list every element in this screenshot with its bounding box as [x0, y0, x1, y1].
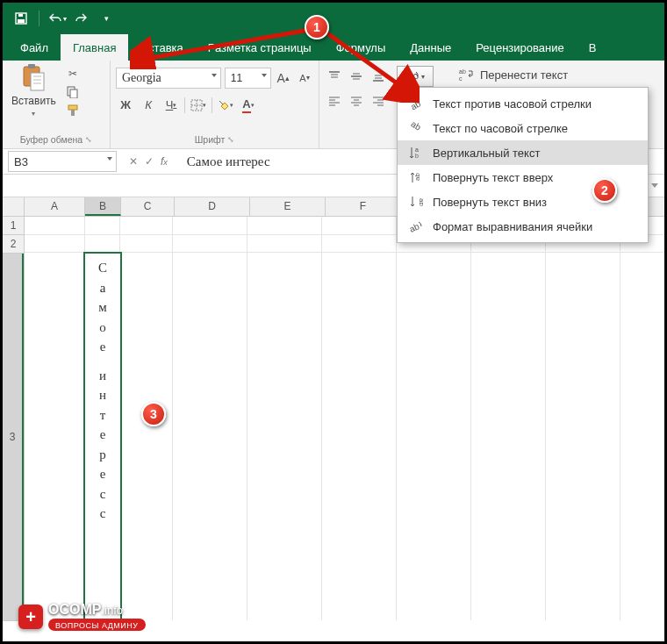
svg-text:ab: ab	[409, 221, 421, 233]
copy-icon[interactable]	[65, 84, 81, 100]
cell-grid[interactable]: Самоеинтересс	[25, 217, 664, 620]
active-cell[interactable]: Самоеинтересс	[83, 252, 122, 622]
col-header-c[interactable]: C	[121, 197, 175, 216]
col-header-d[interactable]: D	[175, 197, 250, 216]
svg-rect-1	[18, 19, 25, 23]
font-dialog-launcher-icon[interactable]: ⤡	[227, 135, 234, 144]
decrease-font-icon[interactable]: A▾	[296, 68, 313, 88]
align-top-icon[interactable]	[325, 67, 344, 86]
svg-text:b: b	[415, 153, 419, 159]
svg-rect-5	[31, 73, 44, 90]
svg-text:c: c	[459, 75, 463, 82]
col-header-a[interactable]: A	[25, 197, 85, 216]
callout-3: 3	[141, 402, 166, 426]
wrap-text-button[interactable]: abc Перенести текст	[459, 68, 568, 82]
svg-rect-4	[28, 64, 35, 68]
row-header-3[interactable]: 3	[3, 254, 24, 621]
clipboard-dialog-launcher-icon[interactable]: ⤡	[85, 135, 92, 144]
col-header-f[interactable]: F	[326, 197, 401, 216]
save-icon[interactable]	[11, 9, 31, 28]
cell-value: Самоеинтересс	[85, 254, 120, 528]
name-box[interactable]: B3	[8, 151, 117, 172]
svg-text:ab: ab	[405, 70, 420, 83]
ribbon: Вставить ▾ ✂ Буфер обмена⤡ Georgia 11 A▴…	[3, 61, 664, 149]
fill-color-button[interactable]: ▾	[216, 96, 235, 115]
svg-rect-10	[70, 89, 77, 98]
callout-2: 2	[592, 178, 617, 203]
svg-rect-2	[18, 14, 23, 17]
underline-button[interactable]: Ч ▾	[161, 96, 181, 115]
redo-icon[interactable]	[72, 9, 91, 28]
rotate-down-icon: ab	[408, 194, 424, 210]
callout-1: 1	[305, 15, 329, 39]
undo-icon[interactable]: ▾	[47, 9, 67, 28]
align-right-icon[interactable]	[369, 91, 388, 111]
tab-review[interactable]: Рецензирование	[463, 34, 576, 61]
tab-insert[interactable]: Вставка	[128, 34, 195, 61]
svg-rect-12	[71, 110, 75, 116]
align-bottom-icon[interactable]	[369, 67, 388, 86]
paste-button[interactable]: Вставить ▾	[8, 64, 60, 132]
svg-text:ab: ab	[409, 98, 422, 111]
align-left-icon[interactable]	[325, 91, 344, 111]
col-header-b[interactable]: B	[85, 197, 121, 216]
orientation-dropdown: abТекст против часовой стрелки abТекст п…	[397, 87, 649, 243]
orientation-vertical[interactable]: abВертикальный текст	[398, 140, 648, 165]
borders-button[interactable]: ▾	[189, 96, 208, 115]
qat-customize-icon[interactable]: ▾	[97, 9, 116, 28]
cut-icon[interactable]: ✂	[65, 66, 81, 82]
italic-button[interactable]: К	[139, 96, 158, 115]
orientation-cw[interactable]: abТекст по часовой стрелке	[398, 116, 648, 140]
enter-formula-icon[interactable]: ✓	[145, 155, 154, 168]
ribbon-tabs: Файл Главная Вставка Разметка страницы Ф…	[3, 34, 664, 61]
svg-text:ab: ab	[459, 68, 466, 75]
align-middle-icon[interactable]	[347, 67, 366, 86]
font-name-combo[interactable]: Georgia	[116, 68, 221, 89]
tab-data[interactable]: Данные	[398, 34, 463, 61]
orientation-button[interactable]: ab ▾	[397, 66, 434, 87]
svg-text:a: a	[415, 147, 419, 153]
clipboard-group-label: Буфер обмена	[20, 134, 82, 145]
tab-formulas[interactable]: Формулы	[324, 34, 398, 61]
svg-text:ab: ab	[409, 121, 423, 132]
bold-button[interactable]: Ж	[116, 96, 135, 115]
rotate-ccw-icon: ab	[408, 96, 424, 111]
select-all-corner[interactable]	[3, 197, 25, 217]
cancel-formula-icon[interactable]: ✕	[129, 155, 138, 168]
font-size-combo[interactable]: 11	[225, 68, 271, 89]
increase-font-icon[interactable]: A▴	[275, 68, 292, 88]
tab-layout[interactable]: Разметка страницы	[196, 34, 324, 61]
svg-text:ab: ab	[413, 173, 421, 181]
align-center-icon[interactable]	[347, 91, 366, 111]
font-color-button[interactable]: А ▾	[239, 96, 258, 115]
svg-text:ab: ab	[418, 198, 423, 206]
tab-home[interactable]: Главная	[61, 34, 128, 61]
format-painter-icon[interactable]	[65, 103, 81, 118]
svg-rect-11	[68, 105, 77, 110]
format-align-icon: ab	[408, 218, 424, 234]
tab-file[interactable]: Файл	[8, 34, 61, 61]
rotate-up-icon: ab	[408, 169, 424, 185]
rotate-cw-icon: ab	[408, 120, 424, 136]
row-headers: 1 2 3	[3, 217, 25, 620]
orientation-ccw[interactable]: abТекст против часовой стрелки	[398, 91, 648, 116]
col-header-e[interactable]: E	[250, 197, 326, 216]
watermark-logo: + OCOMP.info ВОПРОСЫ АДМИНУ	[18, 603, 146, 631]
paste-label: Вставить	[11, 95, 56, 107]
font-group-label: Шрифт	[195, 134, 226, 145]
fx-icon[interactable]: fx	[161, 155, 168, 168]
row-header-1[interactable]: 1	[3, 217, 24, 235]
tab-more[interactable]: В	[577, 34, 609, 61]
title-bar: ▾ ▾	[3, 3, 664, 34]
logo-badge-icon: +	[18, 605, 43, 629]
orientation-format-cells[interactable]: abФормат выравнивания ячейки	[398, 214, 648, 239]
vertical-text-icon: ab	[408, 145, 424, 161]
row-header-2[interactable]: 2	[3, 235, 24, 254]
